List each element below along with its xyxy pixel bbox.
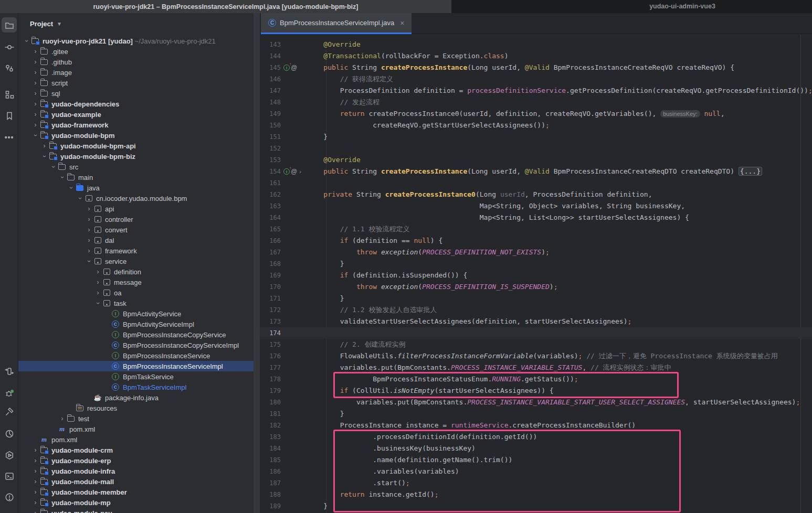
line-number[interactable]: 143	[260, 41, 281, 48]
gutter-line-145[interactable]: 145I@	[260, 62, 307, 73]
tree-item-convert[interactable]: ›convert	[18, 225, 254, 235]
tree-item-bpmactivityservice[interactable]: IBpmActivityService	[18, 308, 254, 319]
tree-item-bpmtaskservice[interactable]: IBpmTaskService	[18, 371, 254, 382]
tree-item-yudao-module-erp[interactable]: ›yudao-module-erp	[18, 455, 254, 466]
endpoints-icon[interactable]	[2, 364, 17, 379]
chevron-collapsed-icon[interactable]: ›	[31, 109, 39, 120]
folded-region[interactable]: {...}	[739, 167, 762, 176]
gutter-line-182[interactable]: 182	[260, 420, 307, 431]
line-number[interactable]: 169	[260, 272, 281, 279]
code-line-181[interactable]: 181 }	[260, 408, 812, 420]
gutter-line-171[interactable]: 171	[260, 293, 307, 304]
tree-item-resources[interactable]: resources	[18, 403, 254, 413]
gutter-line-164[interactable]: 164	[260, 212, 307, 223]
gutter-line-188[interactable]: 188	[260, 489, 307, 500]
code-line-175[interactable]: 175 // 2. 创建流程实例	[260, 339, 812, 350]
line-number[interactable]: 172	[260, 306, 281, 314]
line-number[interactable]: 179	[260, 387, 281, 394]
line-number[interactable]: 171	[260, 295, 281, 302]
fold-arrow-icon[interactable]: ›	[299, 168, 301, 175]
tree-item-yudao-module-mp[interactable]: ›yudao-module-mp	[18, 497, 254, 508]
tree-item-controller[interactable]: ›controller	[18, 214, 254, 225]
chevron-collapsed-icon[interactable]: ›	[31, 497, 39, 508]
build-icon[interactable]	[2, 404, 17, 419]
line-number[interactable]: 150	[260, 122, 281, 129]
tree-item-pom-xml[interactable]: mpom.xml	[18, 434, 254, 445]
tree-item-framework[interactable]: ›framework	[18, 245, 254, 256]
gutter-line-161[interactable]: 161	[260, 177, 307, 189]
tree-item-yudao-module-crm[interactable]: ›yudao-module-crm	[18, 445, 254, 455]
line-number[interactable]: 149	[260, 110, 281, 117]
chevron-expanded-icon[interactable]: ›	[57, 174, 68, 181]
code-line-166[interactable]: 166 if (definition == null) {	[260, 235, 812, 247]
tree-item-service[interactable]: ›service	[18, 256, 254, 266]
chevron-collapsed-icon[interactable]: ›	[31, 57, 39, 67]
terminal-icon[interactable]	[2, 468, 17, 484]
chevron-collapsed-icon[interactable]: ›	[40, 141, 48, 151]
commit-icon[interactable]	[2, 39, 17, 55]
tree-item-yudao-module-bpm[interactable]: ›yudao-module-bpm	[18, 130, 254, 141]
code-line-180[interactable]: 180 variables.put(BpmConstants.PROCESS_I…	[260, 397, 812, 408]
line-number[interactable]: 182	[260, 422, 281, 429]
tree-item-test[interactable]: ›test	[18, 413, 254, 424]
code-line-154[interactable]: 154I@› public String createProcessInstan…	[260, 166, 812, 177]
chevron-collapsed-icon[interactable]: ›	[94, 266, 102, 277]
line-number[interactable]: 164	[260, 214, 281, 221]
line-number[interactable]: 152	[260, 145, 281, 152]
code-line-176[interactable]: 176 FlowableUtils.filterProcessInstanceF…	[260, 350, 812, 362]
tree-item--github[interactable]: ›.github	[18, 57, 254, 67]
tree-item-bpmprocessinstanceserviceimpl[interactable]: CBpmProcessInstanceServiceImpl	[18, 361, 254, 371]
gutter-line-187[interactable]: 187	[260, 477, 307, 489]
chevron-expanded-icon[interactable]: ›	[39, 153, 50, 161]
more-tool-windows-icon[interactable]: •••	[2, 130, 17, 145]
tree-item-message[interactable]: ›message	[18, 277, 254, 287]
line-number[interactable]: 165	[260, 226, 281, 233]
chevron-collapsed-icon[interactable]: ›	[31, 67, 39, 78]
code-line-147[interactable]: 147 ProcessDefinition definition = proce…	[260, 85, 812, 97]
gutter-line-184[interactable]: 184	[260, 443, 307, 454]
gutter-line-162[interactable]: 162	[260, 189, 307, 200]
tree-item-yudao-module-pay[interactable]: ›yudao-module-pay	[18, 508, 254, 513]
structure-icon[interactable]	[2, 87, 17, 102]
gutter-line-165[interactable]: 165	[260, 223, 307, 235]
line-number[interactable]: 178	[260, 376, 281, 383]
tree-item-definition[interactable]: ›definition	[18, 266, 254, 277]
tree-item-java[interactable]: ›java	[18, 183, 254, 193]
code-line-167[interactable]: 167 throw exception(PROCESS_DEFINITION_N…	[260, 247, 812, 258]
gutter-line-178[interactable]: 178	[260, 373, 307, 385]
chevron-expanded-icon[interactable]: ›	[66, 184, 77, 192]
gutter-line-152[interactable]: 152	[260, 143, 307, 154]
chevron-expanded-icon[interactable]: ›	[84, 258, 94, 265]
profiler-icon[interactable]	[2, 426, 17, 441]
gutter-line-146[interactable]: 146	[260, 73, 307, 85]
gutter-line-170[interactable]: 170	[260, 281, 307, 293]
code-line-153[interactable]: 153 @Override	[260, 154, 812, 166]
chevron-collapsed-icon[interactable]: ›	[94, 287, 102, 298]
line-number[interactable]: 189	[260, 503, 281, 510]
gutter-line-175[interactable]: 175	[260, 339, 307, 350]
tree-item-sql[interactable]: ›sql	[18, 88, 254, 99]
tree-item-yudao-module-infra[interactable]: ›yudao-module-infra	[18, 466, 254, 476]
code-line-173[interactable]: 173 validateStartUserSelectAssignees(def…	[260, 316, 812, 327]
code-line-162[interactable]: 162 private String createProcessInstance…	[260, 189, 812, 200]
code-line-145[interactable]: 145I@ public String createProcessInstanc…	[260, 62, 812, 73]
line-number[interactable]: 144	[260, 52, 281, 60]
line-number[interactable]: 161	[260, 179, 281, 187]
chevron-expanded-icon[interactable]: ›	[75, 195, 86, 202]
line-number[interactable]: 184	[260, 445, 281, 452]
code-line-146[interactable]: 146 // 获得流程定义	[260, 73, 812, 85]
code-line-163[interactable]: 163 Map<String, Object> variables, Strin…	[260, 200, 812, 212]
gutter-line-153[interactable]: 153	[260, 154, 307, 166]
line-number[interactable]: 153	[260, 156, 281, 164]
background-window-titlebar[interactable]: yudao-ui-admin-vue3	[451, 0, 812, 13]
implements-method-icon[interactable]: I	[283, 65, 290, 71]
line-number[interactable]: 188	[260, 491, 281, 498]
gutter-line-173[interactable]: 173	[260, 316, 307, 327]
gutter-line-176[interactable]: 176	[260, 350, 307, 362]
gutter-line-186[interactable]: 186	[260, 466, 307, 477]
gutter-line-177[interactable]: 177	[260, 362, 307, 373]
gutter-line-169[interactable]: 169	[260, 270, 307, 281]
tree-item-cn-iocoder-yudao-module-bpm[interactable]: ›cn.iocoder.yudao.module.bpm	[18, 193, 254, 204]
line-number[interactable]: 173	[260, 318, 281, 325]
tree-item-yudao-example[interactable]: ›yudao-example	[18, 109, 254, 120]
